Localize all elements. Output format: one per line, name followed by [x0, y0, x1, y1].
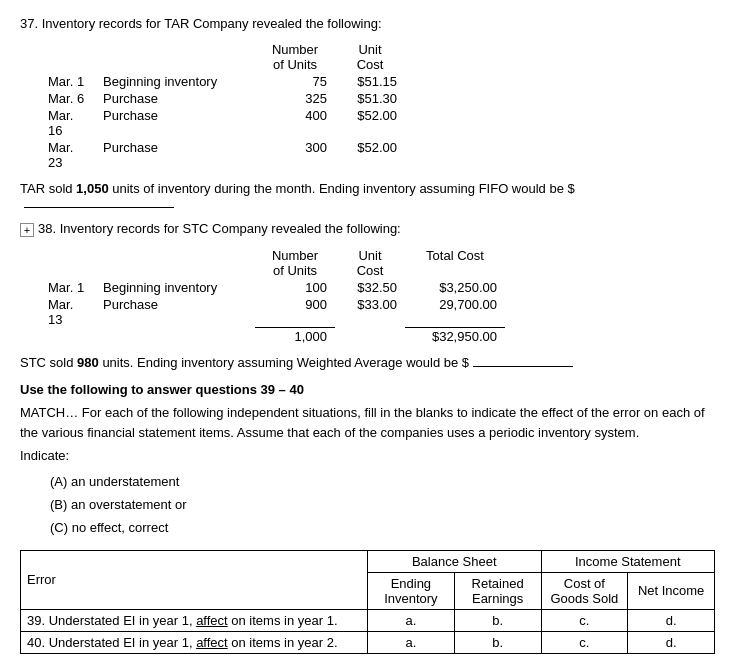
q37-row-date: Mar. 1	[40, 73, 95, 90]
q37-row-trans: Purchase	[95, 139, 255, 171]
question-38: +38. Inventory records for STC Company r…	[20, 221, 715, 370]
q39-40-table: Error Balance Sheet Income Statement End…	[20, 550, 715, 654]
q39-retained[interactable]: b.	[454, 609, 541, 631]
q38-total-units: 1,000	[255, 328, 335, 346]
q38-table-row: Mar. 1 Beginning inventory 100 $32.50 $3…	[40, 279, 505, 296]
q40-num: 40.	[27, 635, 45, 650]
q38-header-date	[40, 247, 95, 279]
q40-text: Understated EI in year 1, affect on item…	[49, 635, 338, 650]
q37-header-date	[40, 41, 95, 73]
q39-40-section: Use the following to answer questions 39…	[20, 382, 715, 654]
q37-row-trans: Purchase	[95, 90, 255, 107]
q37-header-unit: UnitCost	[335, 41, 405, 73]
q38-row-total: $3,250.00	[405, 279, 505, 296]
net-income-header: Net Income	[628, 572, 715, 609]
q39-desc: 39. Understated EI in year 1, affect on …	[21, 609, 368, 631]
q37-title: 37. Inventory records for TAR Company re…	[20, 16, 715, 31]
q37-row-trans: Beginning inventory	[95, 73, 255, 90]
option-b: (B) an overstatement or	[50, 493, 715, 516]
q39-cost-goods[interactable]: c.	[541, 609, 628, 631]
q37-row-date: Mar. 23	[40, 139, 95, 171]
q38-total-trans	[95, 328, 255, 346]
q40-retained[interactable]: b.	[454, 631, 541, 653]
q37-table-row: Mar. 23 Purchase 300 $52.00	[40, 139, 405, 171]
q38-total-cost	[335, 328, 405, 346]
q37-header-num: Numberof Units	[255, 41, 335, 73]
question-37: 37. Inventory records for TAR Company re…	[20, 16, 715, 211]
q39-text: Understated EI in year 1, affect on item…	[49, 613, 338, 628]
indicate-list: (A) an understatement (B) an overstateme…	[50, 470, 715, 540]
q38-row-date: Mar. 1	[40, 279, 95, 296]
q37-sold-suffix: units of inventory during the month. End…	[109, 181, 575, 196]
q37-row-cost: $52.00	[335, 107, 405, 139]
q38-header-unit: UnitCost	[335, 247, 405, 279]
q38-header-num: Numberof Units	[255, 247, 335, 279]
q38-answer-blank	[473, 366, 573, 367]
q38-row-units: 100	[255, 279, 335, 296]
q39-table-row: 39. Understated EI in year 1, affect on …	[21, 609, 715, 631]
option-a: (A) an understatement	[50, 470, 715, 493]
q40-net-income[interactable]: d.	[628, 631, 715, 653]
q37-header-trans	[95, 41, 255, 73]
q37-row-units: 400	[255, 107, 335, 139]
q37-row-cost: $52.00	[335, 139, 405, 171]
q37-table-row: Mar. 1 Beginning inventory 75 $51.15	[40, 73, 405, 90]
q40-cost-goods[interactable]: c.	[541, 631, 628, 653]
option-c: (C) no effect, correct	[50, 516, 715, 539]
q39-num: 39.	[27, 613, 45, 628]
q38-row-trans: Beginning inventory	[95, 279, 255, 296]
underline-word: affect	[196, 635, 228, 650]
q37-table-row: Mar. 6 Purchase 325 $51.30	[40, 90, 405, 107]
q39-net-income[interactable]: d.	[628, 609, 715, 631]
q40-ending[interactable]: a.	[368, 631, 455, 653]
q37-fifo-line: TAR sold 1,050 units of inventory during…	[20, 181, 715, 211]
q38-plus-box[interactable]: +	[20, 223, 34, 237]
q38-total-date	[40, 328, 95, 346]
balance-sheet-header: Balance Sheet	[368, 550, 542, 572]
q37-answer-blank	[24, 207, 174, 208]
q37-row-trans: Purchase	[95, 107, 255, 139]
match-desc: MATCH… For each of the following indepen…	[20, 403, 715, 442]
q37-row-units: 300	[255, 139, 335, 171]
q37-row-cost: $51.30	[335, 90, 405, 107]
q38-row-date: Mar. 13	[40, 296, 95, 328]
q37-row-units: 75	[255, 73, 335, 90]
q38-row-cost: $32.50	[335, 279, 405, 296]
q39-ending[interactable]: a.	[368, 609, 455, 631]
q38-row-cost: $33.00	[335, 296, 405, 328]
q38-sold-suffix: units. Ending inventory assuming Weighte…	[99, 355, 469, 370]
use-title: Use the following to answer questions 39…	[20, 382, 715, 397]
q37-table-row: Mar. 16 Purchase 400 $52.00	[40, 107, 405, 139]
income-statement-header: Income Statement	[541, 550, 715, 572]
q37-row-date: Mar. 6	[40, 90, 95, 107]
q38-sold-text: STC sold	[20, 355, 77, 370]
q40-table-row: 40. Understated EI in year 1, affect on …	[21, 631, 715, 653]
q38-header-total: Total Cost	[405, 247, 505, 279]
q38-wa-line: STC sold 980 units. Ending inventory ass…	[20, 355, 715, 370]
q37-row-date: Mar. 16	[40, 107, 95, 139]
q38-header-trans	[95, 247, 255, 279]
cost-goods-header: Cost of Goods Sold	[541, 572, 628, 609]
q37-row-units: 325	[255, 90, 335, 107]
indicate-label: Indicate:	[20, 446, 715, 466]
q38-row-units: 900	[255, 296, 335, 328]
q37-sold-units: 1,050	[76, 181, 109, 196]
q38-sold-units: 980	[77, 355, 99, 370]
retained-header: Retained Earnings	[454, 572, 541, 609]
q40-desc: 40. Understated EI in year 1, affect on …	[21, 631, 368, 653]
q37-row-cost: $51.15	[335, 73, 405, 90]
q37-sold-text: TAR sold	[20, 181, 76, 196]
error-col-header: Error	[21, 550, 368, 609]
q38-title: +38. Inventory records for STC Company r…	[20, 221, 715, 237]
q38-total-amount: $32,950.00	[405, 328, 505, 346]
q38-table-row: Mar. 13 Purchase 900 $33.00 29,700.00	[40, 296, 505, 328]
match-title-text: MATCH… For each of the following indepen…	[20, 405, 705, 440]
ending-inv-header: Ending Inventory	[368, 572, 455, 609]
underline-word: affect	[196, 613, 228, 628]
q38-row-trans: Purchase	[95, 296, 255, 328]
q38-row-total: 29,700.00	[405, 296, 505, 328]
